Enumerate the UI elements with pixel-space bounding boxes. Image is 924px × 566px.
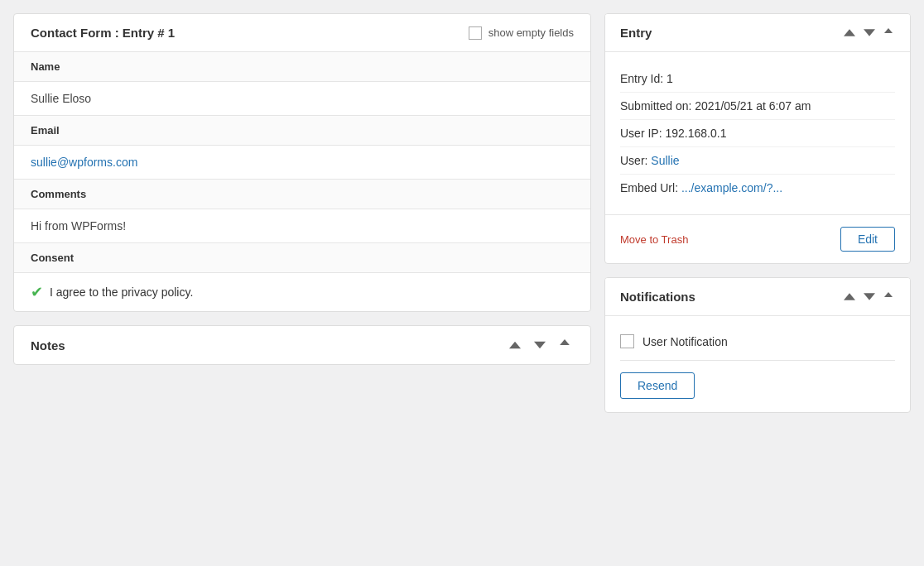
resend-button[interactable]: Resend (620, 372, 695, 399)
entry-sidebar-card: Entry Entry Id: 1 (604, 13, 911, 264)
left-panel: Contact Form : Entry # 1 show empty fiel… (13, 13, 591, 553)
email-value: sullie@wpforms.com (14, 146, 590, 179)
entry-ip-text: User IP: 192.168.0.1 (620, 127, 726, 140)
notifications-title: Notifications (620, 290, 695, 304)
entry-chevron-down-button[interactable] (862, 26, 877, 40)
entry-user-link[interactable]: Sullie (651, 154, 679, 167)
notes-chevron-down-button[interactable] (531, 338, 549, 353)
notes-title: Notes (31, 338, 65, 353)
notifications-sidebar-card: Notifications User Notification (604, 277, 911, 413)
entry-sidebar-controls (842, 26, 895, 40)
move-to-trash-button[interactable]: Move to Trash (620, 233, 688, 246)
entry-chevron-up-button[interactable] (842, 26, 857, 40)
notifications-body: User Notification Resend (605, 316, 910, 412)
email-link[interactable]: sullie@wpforms.com (31, 156, 137, 169)
name-field-section: Name Sullie Eloso (14, 52, 590, 116)
entry-arrow-up-button[interactable] (882, 26, 895, 40)
user-notification-label: User Notification (642, 335, 728, 348)
notes-card-header: Notes (14, 326, 590, 364)
notifications-sidebar-header: Notifications (605, 278, 910, 316)
email-field-section: Email sullie@wpforms.com (14, 116, 590, 180)
entry-sidebar-header: Entry (605, 14, 910, 52)
consent-checkmark-icon: ✔ (31, 283, 43, 301)
notes-card: Notes (13, 325, 591, 365)
entry-card-header: Contact Form : Entry # 1 show empty fiel… (14, 14, 590, 52)
entry-submitted-text: Submitted on: 2021/05/21 at 6:07 am (620, 99, 811, 113)
show-empty-fields-text: show empty fields (488, 26, 574, 39)
entry-url-link[interactable]: .../example.com/?... (681, 181, 782, 194)
entry-url-label: Embed Url: (620, 181, 681, 194)
entry-card-title: Contact Form : Entry # 1 (31, 26, 175, 40)
comments-label: Comments (14, 180, 590, 209)
entry-actions: Move to Trash Edit (605, 214, 910, 263)
notes-controls (506, 338, 574, 353)
comments-field-section: Comments Hi from WPForms! (14, 180, 590, 243)
notifications-arrow-up-button[interactable] (882, 290, 895, 304)
user-notification-checkbox[interactable] (620, 334, 634, 348)
notifications-chevron-down-button[interactable] (862, 290, 877, 304)
name-value: Sullie Eloso (14, 82, 590, 115)
entry-ip-row: User IP: 192.168.0.1 (620, 120, 895, 147)
edit-button[interactable]: Edit (840, 227, 895, 252)
show-empty-fields-label[interactable]: show empty fields (469, 26, 574, 40)
name-label: Name (14, 52, 590, 82)
email-label: Email (14, 116, 590, 146)
show-empty-fields-checkbox[interactable] (469, 26, 482, 40)
consent-field-section: Consent ✔ I agree to the privacy policy. (14, 243, 590, 311)
entry-sidebar-title: Entry (620, 26, 652, 40)
entry-url-row: Embed Url: .../example.com/?... (620, 175, 895, 201)
notes-arrow-up-button[interactable] (556, 338, 574, 353)
entry-card: Contact Form : Entry # 1 show empty fiel… (13, 13, 591, 312)
entry-user-row: User: Sullie (620, 147, 895, 175)
consent-label: Consent (14, 243, 590, 273)
entry-user-label: User: (620, 154, 651, 167)
entry-id-row: Entry Id: 1 (620, 65, 895, 93)
consent-value: ✔ I agree to the privacy policy. (14, 273, 590, 311)
consent-text: I agree to the privacy policy. (50, 285, 193, 299)
entry-id-text: Entry Id: 1 (620, 72, 673, 85)
notes-chevron-up-button[interactable] (506, 338, 524, 353)
right-panel: Entry Entry Id: 1 (604, 13, 911, 553)
entry-body: Entry Id: 1 Submitted on: 2021/05/21 at … (605, 52, 910, 214)
notifications-chevron-up-button[interactable] (842, 290, 857, 304)
comments-value: Hi from WPForms! (14, 209, 590, 242)
user-notification-row: User Notification (620, 329, 895, 361)
entry-submitted-row: Submitted on: 2021/05/21 at 6:07 am (620, 93, 895, 120)
notifications-controls (842, 290, 895, 304)
